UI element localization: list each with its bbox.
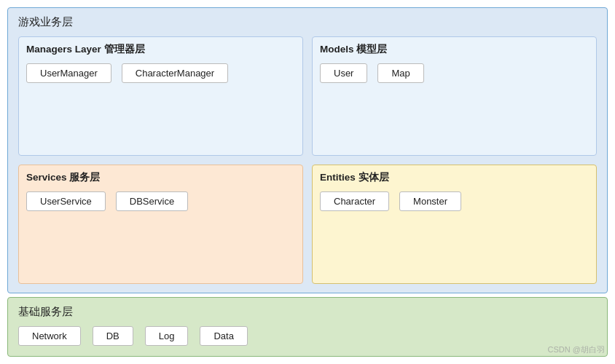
services-panel-items: UserService DBService: [26, 191, 295, 211]
models-panel-items: User Map: [320, 63, 589, 83]
managers-panel-title: Managers Layer 管理器层: [26, 43, 295, 56]
game-layer-title: 游戏业务层: [18, 15, 597, 29]
base-layer-title: 基础服务层: [18, 305, 597, 319]
item-network[interactable]: Network: [18, 326, 81, 346]
item-db[interactable]: DB: [93, 326, 133, 346]
item-data[interactable]: Data: [200, 326, 247, 346]
watermark: CSDN @胡白羽: [548, 344, 605, 355]
item-dbservice[interactable]: DBService: [116, 191, 188, 211]
item-character[interactable]: Character: [320, 191, 389, 211]
item-userservice[interactable]: UserService: [26, 191, 106, 211]
models-panel: Models 模型层 User Map: [312, 36, 597, 156]
left-col: Managers Layer 管理器层 UserManager Characte…: [18, 36, 303, 284]
services-panel-title: Services 服务层: [26, 171, 295, 184]
item-log[interactable]: Log: [145, 326, 189, 346]
item-charactermanager[interactable]: CharacterManager: [122, 63, 228, 83]
managers-panel: Managers Layer 管理器层 UserManager Characte…: [18, 36, 303, 156]
services-panel: Services 服务层 UserService DBService: [18, 165, 303, 284]
item-usermanager[interactable]: UserManager: [26, 63, 111, 83]
item-map[interactable]: Map: [377, 63, 423, 83]
game-layer-content: Managers Layer 管理器层 UserManager Characte…: [18, 36, 597, 284]
item-user[interactable]: User: [320, 63, 367, 83]
main-wrapper: 游戏业务层 Managers Layer 管理器层 UserManager Ch…: [0, 0, 615, 364]
managers-panel-items: UserManager CharacterManager: [26, 63, 295, 83]
item-monster[interactable]: Monster: [399, 191, 461, 211]
entities-panel-items: Character Monster: [320, 191, 589, 211]
entities-panel: Entities 实体层 Character Monster: [312, 165, 597, 284]
game-layer: 游戏业务层 Managers Layer 管理器层 UserManager Ch…: [7, 7, 608, 293]
models-panel-title: Models 模型层: [320, 43, 589, 56]
entities-panel-title: Entities 实体层: [320, 171, 589, 184]
base-layer: 基础服务层 Network DB Log Data: [7, 297, 608, 357]
right-col: Models 模型层 User Map Entities 实体层 Charact…: [312, 36, 597, 284]
base-layer-content: Network DB Log Data: [18, 326, 597, 346]
